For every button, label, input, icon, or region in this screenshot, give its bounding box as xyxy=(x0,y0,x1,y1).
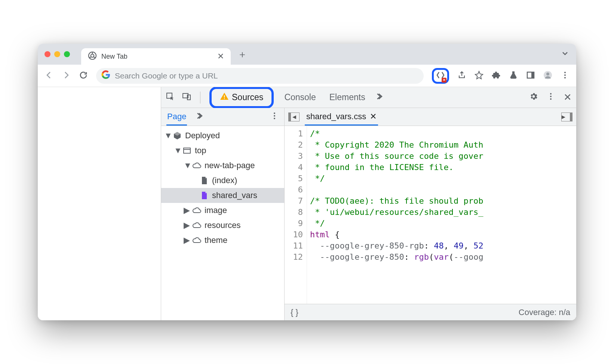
share-icon[interactable] xyxy=(457,71,466,81)
warning-triangle-icon xyxy=(220,92,229,103)
cloud-icon xyxy=(192,206,202,215)
svg-point-19 xyxy=(274,118,275,119)
open-file-tab[interactable]: shared_vars.css ✕ xyxy=(305,108,378,126)
kebab-menu-icon[interactable] xyxy=(561,71,570,81)
devtools-kebab-icon[interactable] xyxy=(546,92,555,103)
sidepanel-icon[interactable] xyxy=(526,71,535,81)
show-debugger-icon[interactable]: ▶ xyxy=(561,112,572,121)
omnibox-placeholder: Search Google or type a URL xyxy=(115,71,218,80)
svg-point-18 xyxy=(274,115,275,117)
devtools-toggle-highlight: ✕ xyxy=(432,68,449,84)
back-button[interactable] xyxy=(44,71,53,81)
window-controls xyxy=(44,51,70,57)
tab-sources[interactable]: Sources xyxy=(217,90,266,105)
devtools-body: Page ▼Deployed ▼top ▼new-tab-page (index… xyxy=(161,108,576,320)
svg-point-15 xyxy=(550,96,552,97)
inspect-element-icon[interactable] xyxy=(166,92,175,103)
svg-point-7 xyxy=(564,74,566,76)
google-g-icon xyxy=(101,70,110,81)
content-area: Sources Console Elements ✕ Page xyxy=(38,87,576,320)
svg-point-16 xyxy=(550,98,552,100)
bookmark-star-icon[interactable] xyxy=(475,71,483,81)
svg-point-5 xyxy=(546,73,549,75)
show-navigator-icon[interactable]: ◀ xyxy=(288,112,300,121)
close-window-button[interactable] xyxy=(44,51,50,57)
svg-rect-13 xyxy=(224,98,225,99)
navigator-tab-page[interactable]: Page xyxy=(166,108,187,126)
tab-list-chevron-icon[interactable] xyxy=(561,49,570,59)
address-bar[interactable]: Search Google or type a URL xyxy=(96,68,424,84)
tree-resources[interactable]: ▶resources xyxy=(161,218,284,233)
rendered-page xyxy=(38,87,161,320)
tree-theme[interactable]: ▶theme xyxy=(161,233,284,248)
navigator-tabs: Page xyxy=(161,108,284,126)
tree-index[interactable]: (index) xyxy=(161,173,284,188)
code-area[interactable]: 123456789101112 /* * Copyright 2020 The … xyxy=(285,126,576,304)
pretty-print-braces-icon[interactable]: { } xyxy=(291,308,298,317)
devtools-panel: Sources Console Elements ✕ Page xyxy=(161,87,576,320)
tab-elements[interactable]: Elements xyxy=(326,91,368,104)
toolbar-actions: ✕ xyxy=(432,68,570,84)
cloud-icon xyxy=(192,235,202,245)
frame-icon xyxy=(182,146,192,155)
tree-new-tab-page[interactable]: ▼new-tab-page xyxy=(161,158,284,173)
tree-top[interactable]: ▼top xyxy=(161,143,284,158)
minimize-window-button[interactable] xyxy=(54,51,60,57)
tree-shared-vars[interactable]: shared_vars xyxy=(161,188,284,203)
settings-gear-icon[interactable] xyxy=(529,92,538,103)
maximize-window-button[interactable] xyxy=(64,51,70,57)
close-file-icon[interactable]: ✕ xyxy=(370,112,377,121)
tree-deployed[interactable]: ▼Deployed xyxy=(161,128,284,143)
svg-rect-12 xyxy=(224,95,225,98)
navigator-kebab-icon[interactable] xyxy=(270,111,279,123)
sources-tab-highlight: Sources xyxy=(209,87,274,108)
svg-point-1 xyxy=(91,54,94,57)
editor-tabbar: ◀ shared_vars.css ✕ ▶ xyxy=(285,108,576,126)
tab-title: New Tab xyxy=(101,53,128,61)
navigator-more-chevron-icon[interactable] xyxy=(196,111,205,123)
browser-window: New Tab ✕ ＋ Search Google or type a URL … xyxy=(38,44,576,320)
more-tabs-chevron-icon[interactable] xyxy=(376,92,385,103)
devtools-tabbar: Sources Console Elements ✕ xyxy=(161,87,576,108)
forward-button[interactable] xyxy=(62,71,71,81)
reload-button[interactable] xyxy=(79,71,88,81)
svg-point-6 xyxy=(564,72,566,73)
svg-rect-20 xyxy=(184,148,190,153)
source-editor: ◀ shared_vars.css ✕ ▶ 123456789101112 /*… xyxy=(285,108,576,320)
code-content[interactable]: /* * Copyright 2020 The Chromium Auth * … xyxy=(307,126,576,304)
tree-image[interactable]: ▶image xyxy=(161,203,284,218)
tab-console[interactable]: Console xyxy=(281,91,319,104)
extensions-puzzle-icon[interactable] xyxy=(492,71,501,81)
box-icon xyxy=(172,131,182,141)
device-toolbar-icon[interactable] xyxy=(182,92,191,103)
svg-point-17 xyxy=(274,112,275,114)
close-tab-icon[interactable]: ✕ xyxy=(217,52,224,61)
tab-strip: New Tab ✕ ＋ xyxy=(38,44,576,65)
document-icon xyxy=(199,191,209,200)
line-gutter: 123456789101112 xyxy=(285,126,307,304)
browser-tab[interactable]: New Tab ✕ xyxy=(81,48,231,65)
cloud-icon xyxy=(192,220,202,230)
sources-navigator: Page ▼Deployed ▼top ▼new-tab-page (index… xyxy=(161,108,285,320)
file-tree[interactable]: ▼Deployed ▼top ▼new-tab-page (index) sha… xyxy=(161,126,284,320)
close-devtools-icon[interactable]: ✕ xyxy=(564,92,572,103)
editor-statusbar: { } Coverage: n/a xyxy=(285,304,576,320)
svg-point-8 xyxy=(564,77,566,78)
cloud-icon xyxy=(192,161,202,170)
coverage-status: Coverage: n/a xyxy=(519,308,570,317)
profile-avatar-icon[interactable] xyxy=(543,71,552,81)
browser-toolbar: Search Google or type a URL ✕ xyxy=(38,65,576,87)
chrome-favicon-icon xyxy=(88,51,97,62)
svg-rect-3 xyxy=(531,72,534,78)
new-tab-button[interactable]: ＋ xyxy=(237,48,247,61)
devtools-toggle-icon[interactable]: ✕ xyxy=(436,71,445,81)
tabbar-separator xyxy=(200,92,200,104)
svg-point-14 xyxy=(550,93,552,95)
document-icon xyxy=(199,176,209,185)
labs-flask-icon[interactable] xyxy=(509,71,518,81)
